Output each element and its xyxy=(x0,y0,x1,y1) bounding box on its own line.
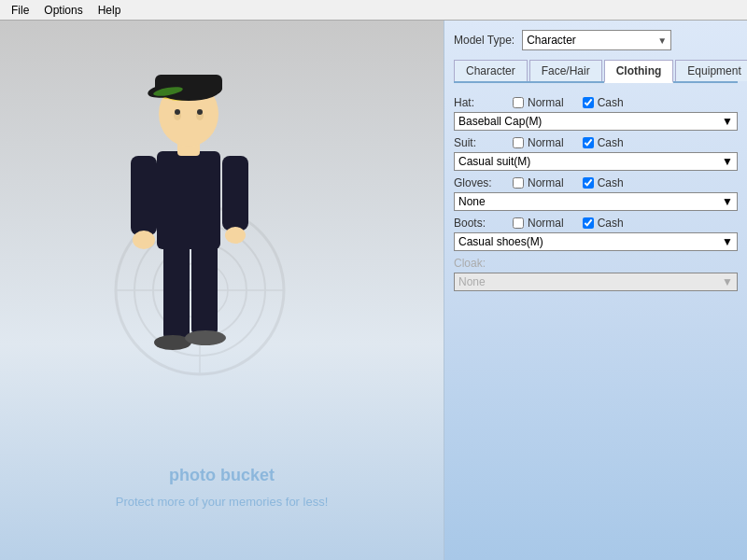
cloak-dropdown: None ▼ xyxy=(454,273,738,291)
gloves-label-row: Gloves: Normal Cash xyxy=(454,176,738,189)
gloves-normal-group: Normal xyxy=(513,176,564,189)
hat-cash-label: Cash xyxy=(598,96,624,109)
svg-rect-6 xyxy=(163,245,190,338)
gloves-selected-value: None xyxy=(458,195,486,208)
gloves-normal-label: Normal xyxy=(528,176,564,189)
boots-normal-checkbox[interactable] xyxy=(513,217,524,229)
tab-character[interactable]: Character xyxy=(454,60,528,81)
boots-cash-checkbox[interactable] xyxy=(583,217,594,229)
watermark-text: photo bucket xyxy=(0,466,444,485)
model-type-row: Model Type: Character ▼ xyxy=(454,30,738,50)
boots-selected-value: Casual shoes(M) xyxy=(458,235,543,248)
boots-dropdown-arrow-icon: ▼ xyxy=(722,235,733,248)
suit-selected-value: Casual suit(M) xyxy=(458,155,530,168)
suit-label-row: Suit: Normal Cash xyxy=(454,136,738,149)
hat-dropdown-arrow-icon: ▼ xyxy=(722,115,733,128)
hat-cash-group: Cash xyxy=(583,96,624,109)
gloves-dropdown[interactable]: None ▼ xyxy=(454,192,738,211)
gloves-dropdown-arrow-icon: ▼ xyxy=(722,195,733,208)
menu-file[interactable]: File xyxy=(4,2,36,19)
tab-facehair[interactable]: Face/Hair xyxy=(529,60,602,81)
suit-cash-group: Cash xyxy=(583,136,624,149)
svg-rect-12 xyxy=(222,156,248,231)
gloves-normal-checkbox[interactable] xyxy=(513,177,524,189)
cloak-section: Cloak: None ▼ xyxy=(454,257,738,291)
gloves-cash-checkbox[interactable] xyxy=(583,177,594,189)
svg-rect-7 xyxy=(191,245,218,333)
watermark-subtext: Protect more of your memories for less! xyxy=(116,495,329,509)
boots-cash-label: Cash xyxy=(598,217,624,230)
boots-label: Boots: xyxy=(454,217,505,230)
menubar: File Options Help xyxy=(0,0,747,21)
hat-normal-label: Normal xyxy=(528,96,564,109)
suit-cash-checkbox[interactable] xyxy=(583,137,594,148)
model-type-value: Character xyxy=(527,34,576,47)
svg-point-14 xyxy=(225,227,246,244)
suit-normal-label: Normal xyxy=(528,136,564,149)
hat-selected-value: Baseball Cap(M) xyxy=(458,115,542,128)
cloak-label: Cloak: xyxy=(454,257,505,270)
tab-clothing[interactable]: Clothing xyxy=(604,60,674,83)
suit-dropdown[interactable]: Casual suit(M) ▼ xyxy=(454,152,738,171)
gloves-cash-group: Cash xyxy=(583,176,624,189)
character-viewport: photo bucket Protect more of your memori… xyxy=(0,21,444,560)
clothing-content: Hat: Normal Cash Baseball Cap(M) ▼ xyxy=(454,92,738,301)
gloves-section: Gloves: Normal Cash None ▼ xyxy=(454,176,738,211)
model-type-arrow-icon: ▼ xyxy=(657,35,667,46)
right-panel: Model Type: Character ▼ Character Face/H… xyxy=(444,21,747,560)
cloak-dropdown-arrow-icon: ▼ xyxy=(722,275,733,288)
boots-label-row: Boots: Normal Cash xyxy=(454,217,738,230)
hat-dropdown[interactable]: Baseball Cap(M) ▼ xyxy=(454,112,738,131)
boots-normal-label: Normal xyxy=(528,217,564,230)
suit-normal-group: Normal xyxy=(513,136,564,149)
svg-point-26 xyxy=(197,109,203,115)
hat-cash-checkbox[interactable] xyxy=(583,97,594,108)
hat-normal-checkbox[interactable] xyxy=(513,97,524,108)
hat-label: Hat: xyxy=(454,96,505,109)
suit-cash-label: Cash xyxy=(598,136,624,149)
hat-label-row: Hat: Normal Cash xyxy=(454,96,738,109)
gloves-label: Gloves: xyxy=(454,176,505,189)
hat-section: Hat: Normal Cash Baseball Cap(M) ▼ xyxy=(454,96,738,131)
svg-point-13 xyxy=(133,231,155,249)
character-figure xyxy=(112,39,261,394)
boots-section: Boots: Normal Cash Casual shoes(M) ▼ xyxy=(454,217,738,251)
menu-help[interactable]: Help xyxy=(91,2,129,19)
menu-options[interactable]: Options xyxy=(36,2,90,19)
svg-rect-10 xyxy=(157,151,220,249)
suit-dropdown-arrow-icon: ▼ xyxy=(722,155,733,168)
hat-normal-group: Normal xyxy=(513,96,564,109)
suit-section: Suit: Normal Cash Casual suit(M) ▼ xyxy=(454,136,738,171)
svg-point-9 xyxy=(185,330,226,345)
main-layout: photo bucket Protect more of your memori… xyxy=(0,21,747,560)
boots-normal-group: Normal xyxy=(513,217,564,230)
model-type-label: Model Type: xyxy=(454,34,514,47)
cloak-label-row: Cloak: xyxy=(454,257,738,270)
suit-label: Suit: xyxy=(454,136,505,149)
tabs-container: Character Face/Hair Clothing Equipment xyxy=(454,60,738,83)
model-type-select[interactable]: Character ▼ xyxy=(522,30,671,50)
svg-rect-11 xyxy=(131,156,157,235)
suit-normal-checkbox[interactable] xyxy=(513,137,524,148)
boots-cash-group: Cash xyxy=(583,217,624,230)
gloves-cash-label: Cash xyxy=(598,176,624,189)
tab-equipment[interactable]: Equipment xyxy=(675,60,747,81)
svg-point-25 xyxy=(175,109,180,115)
boots-dropdown[interactable]: Casual shoes(M) ▼ xyxy=(454,232,738,251)
cloak-selected-value: None xyxy=(458,275,486,288)
